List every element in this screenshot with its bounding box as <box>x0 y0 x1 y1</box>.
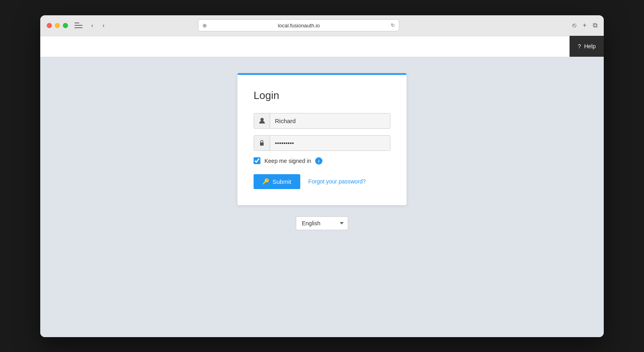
forward-button[interactable]: › <box>99 21 108 30</box>
login-title: Login <box>254 89 390 102</box>
new-tab-icon[interactable]: + <box>583 22 586 29</box>
submit-button[interactable]: 🔑 Submit <box>254 174 300 189</box>
lock-icon <box>254 136 270 150</box>
password-input-group <box>254 135 390 151</box>
language-selector[interactable]: English Spanish French <box>296 216 348 230</box>
address-bar[interactable]: ⊕ local.fusionauth.io ↻ <box>198 19 399 31</box>
app-navbar: ? Help <box>40 36 604 57</box>
browser-window: ‹ › ⊕ local.fusionauth.io ↻ ⎋ + ⧉ ? Help… <box>40 15 604 337</box>
key-icon: 🔑 <box>262 178 269 185</box>
page-content: Login <box>40 57 604 337</box>
password-input[interactable] <box>270 136 390 150</box>
language-selector-wrap: English Spanish French <box>296 216 348 230</box>
help-icon: ? <box>578 43 581 49</box>
title-bar: ‹ › ⊕ local.fusionauth.io ↻ ⎋ + ⧉ <box>40 15 604 36</box>
minimize-button[interactable] <box>55 23 60 28</box>
reload-icon[interactable]: ↻ <box>391 23 395 28</box>
submit-row: 🔑 Submit Forgot your password? <box>254 174 390 189</box>
info-icon[interactable]: i <box>315 157 322 165</box>
svg-point-0 <box>260 118 264 121</box>
card-body: Login <box>237 75 407 205</box>
globe-icon: ⊕ <box>202 23 207 29</box>
back-button[interactable]: ‹ <box>87 21 97 30</box>
tab-overview-icon[interactable]: ⧉ <box>593 22 597 29</box>
login-card: Login <box>237 73 407 205</box>
keep-signed-row: Keep me signed in i <box>254 157 390 165</box>
username-input[interactable] <box>270 113 390 128</box>
toolbar-right: ⎋ + ⧉ <box>572 22 597 29</box>
share-icon[interactable]: ⎋ <box>572 22 576 29</box>
maximize-button[interactable] <box>63 23 68 28</box>
username-input-group <box>254 113 390 129</box>
close-button[interactable] <box>47 23 52 28</box>
svg-rect-1 <box>260 142 264 146</box>
sidebar-toggle-icon[interactable] <box>74 23 83 28</box>
submit-label: Submit <box>272 178 291 185</box>
help-label: Help <box>584 43 596 49</box>
nav-chevrons: ‹ › <box>87 21 108 30</box>
traffic-lights <box>47 23 68 28</box>
keep-signed-checkbox[interactable] <box>254 157 260 164</box>
help-button[interactable]: ? Help <box>570 36 604 57</box>
url-text: local.fusionauth.io <box>210 23 388 29</box>
forgot-password-link[interactable]: Forgot your password? <box>308 178 366 185</box>
user-icon <box>254 113 270 128</box>
keep-signed-label: Keep me signed in <box>264 158 311 164</box>
